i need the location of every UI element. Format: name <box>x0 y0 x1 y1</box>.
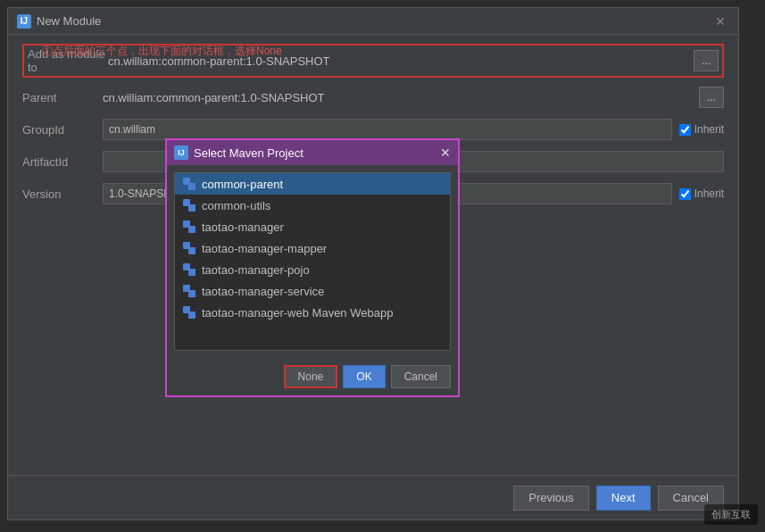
project-list-item[interactable]: taotao-manager-service <box>175 280 450 302</box>
project-item-label: taotao-manager <box>202 220 284 234</box>
parent-row: Parent cn.william:common-parent:1.0-SNAP… <box>22 85 724 110</box>
groupid-input[interactable] <box>103 119 672 140</box>
parent-value: cn.william:common-parent:1.0-SNAPSHOT <box>103 91 695 104</box>
project-item-label: taotao-manager-pojo <box>202 263 310 277</box>
project-item-label: common-parent <box>202 178 283 191</box>
titlebar-left: IJ New Module <box>17 14 101 29</box>
maven-project-icon <box>182 241 196 255</box>
maven-titlebar-left: IJ Select Maven Project <box>174 145 304 160</box>
project-list-item[interactable]: common-utils <box>175 195 450 216</box>
groupid-label: GroupId <box>22 123 103 137</box>
project-list-item[interactable]: common-parent <box>175 173 450 195</box>
project-item-label: taotao-manager-mapper <box>202 242 327 255</box>
artifactid-label: ArtifactId <box>22 155 103 169</box>
intellij-icon: IJ <box>17 14 31 29</box>
maven-dialog: IJ Select Maven Project ✕ common-parentc… <box>165 138 460 397</box>
maven-close-button[interactable]: ✕ <box>440 146 451 159</box>
dialog-title: New Module <box>37 14 101 28</box>
maven-project-icon <box>182 305 196 320</box>
add-as-module-row: Add as module to cn.william:common-paren… <box>22 44 724 78</box>
groupid-inherit-checkbox[interactable] <box>679 124 691 136</box>
maven-project-icon <box>182 262 196 277</box>
version-inherit-checkbox[interactable] <box>679 188 691 200</box>
version-inherit: Inherit <box>679 187 724 200</box>
project-list-item[interactable]: taotao-manager-mapper <box>175 237 450 259</box>
add-as-module-value: cn.william:common-parent:1.0-SNAPSHOT <box>108 54 690 68</box>
maven-project-icon <box>182 198 196 212</box>
project-list-item[interactable]: taotao-manager-pojo <box>175 259 450 280</box>
maven-dialog-title: Select Maven Project <box>194 146 304 160</box>
watermark: 创新互联 <box>704 504 758 525</box>
parent-dots-button[interactable]: ... <box>699 87 724 108</box>
main-dialog-titlebar: IJ New Module ✕ <box>8 8 738 35</box>
maven-dialog-titlebar: IJ Select Maven Project ✕ <box>167 140 458 165</box>
project-item-label: common-utils <box>202 199 270 212</box>
project-list: common-parentcommon-utilstaotao-managert… <box>174 172 451 351</box>
close-button[interactable]: ✕ <box>711 12 729 30</box>
none-button[interactable]: None <box>284 365 338 388</box>
maven-project-icon <box>182 284 196 298</box>
previous-button[interactable]: Previous <box>513 486 589 511</box>
next-button[interactable]: Next <box>596 486 651 511</box>
parent-label: Parent <box>22 91 103 104</box>
maven-dialog-icon: IJ <box>174 145 188 160</box>
add-as-module-label: Add as module to <box>28 47 108 74</box>
groupid-inherit-label: Inherit <box>694 123 724 136</box>
version-label: Version <box>22 187 103 201</box>
maven-project-icon <box>182 177 196 191</box>
bottom-bar: Previous Next Cancel <box>8 475 738 520</box>
project-list-item[interactable]: taotao-manager <box>175 216 450 237</box>
project-item-label: taotao-manager-service <box>202 285 324 298</box>
version-inherit-label: Inherit <box>694 187 724 200</box>
project-item-label: taotao-manager-web Maven Webapp <box>202 306 393 320</box>
maven-cancel-button[interactable]: Cancel <box>391 365 451 388</box>
ok-button[interactable]: OK <box>343 365 385 388</box>
maven-project-icon <box>182 220 196 234</box>
add-as-module-dots-button[interactable]: ... <box>694 50 719 71</box>
maven-footer: None OK Cancel <box>167 358 458 395</box>
project-list-item[interactable]: taotao-manager-web Maven Webapp <box>175 302 450 323</box>
groupid-inherit: Inherit <box>679 123 724 136</box>
